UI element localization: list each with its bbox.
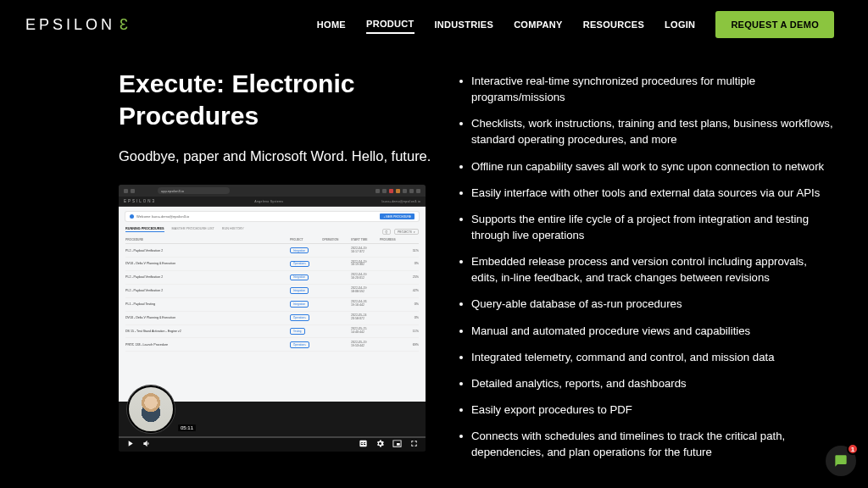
cell-name: DS 15 - Test Stand Activation - Engine v… xyxy=(125,330,290,333)
page-subtitle: Goodbye, paper and Microsoft Word. Hello… xyxy=(119,147,432,166)
nav-industries[interactable]: INDUSTRIES xyxy=(435,16,494,33)
feature-item: Query-able database of as-run procedures xyxy=(458,296,834,312)
col-procedure: PROCEDURE xyxy=(125,238,290,241)
cell-start: 2022-04-19 16:19:302 xyxy=(351,261,380,268)
cell-project: Integration xyxy=(290,274,322,281)
projects-filter[interactable]: PROJECTS ▾ xyxy=(394,229,419,235)
cell-name: PL2 - Payload Verification 2 xyxy=(125,289,290,292)
cell-start: 2022-04-19 16:17:372 xyxy=(351,247,380,254)
feature-item: Offline run capability saves all work to… xyxy=(458,158,834,175)
app-body: Welcome laura+demo@epsilon3.io + NEW PRO… xyxy=(119,207,426,402)
cell-start: 2022-04-19 16:20:012 xyxy=(351,274,380,280)
table-row[interactable]: PL2 - Payload Verification 2Integration2… xyxy=(125,244,419,258)
ext-icon xyxy=(376,189,380,193)
cell-start: 2022-05-24 20:58:072 xyxy=(351,314,380,321)
cell-start: 2022-05-19 19:53:442 xyxy=(351,341,380,348)
nav-resources[interactable]: RESOURCES xyxy=(583,16,644,33)
primary-nav: HOME PRODUCT INDUSTRIES COMPANY RESOURCE… xyxy=(317,11,834,38)
ext-icon xyxy=(409,189,414,193)
captions-icon[interactable] xyxy=(359,436,368,452)
chat-icon xyxy=(834,454,848,468)
cell-project: Operations xyxy=(290,314,322,321)
cell-start: 2022-04-26 19:16:442 xyxy=(351,301,380,308)
table-row[interactable]: DV10 - Delta V Planning & ExecutionOpera… xyxy=(125,312,419,325)
fullscreen-icon[interactable] xyxy=(409,436,419,452)
cell-name: DV10 - Delta V Planning & Execution xyxy=(125,262,290,265)
nav-product[interactable]: PRODUCT xyxy=(366,15,415,34)
welcome-text: Welcome laura+demo@epsilon3.io xyxy=(136,214,189,219)
welcome-banner: Welcome laura+demo@epsilon3.io + NEW PRO… xyxy=(125,212,419,221)
feature-list: Interactive real-time synchronized proce… xyxy=(458,73,834,460)
app-org: Angeleno Systems xyxy=(254,200,283,203)
search-icon[interactable]: Q xyxy=(382,229,391,235)
cell-project: Operations xyxy=(290,261,322,268)
site-header: EPSILON3 HOME PRODUCT INDUSTRIES COMPANY… xyxy=(0,0,868,49)
procedure-tabs: RUNNING PROCEDURES MASTER PROCEDURE LIST… xyxy=(125,227,244,232)
ext-icon xyxy=(382,189,387,193)
cell-pct: 11% xyxy=(405,330,419,333)
feature-item: Detailed analytics, reports, and dashboa… xyxy=(458,375,834,391)
volume-icon[interactable] xyxy=(142,436,152,452)
feature-item: Manual and automated procedure views and… xyxy=(458,323,834,339)
main-content: Execute: Electronic Procedures Goodbye, … xyxy=(119,68,834,488)
app-header: EPSILON3 Angeleno Systems laura+demo@eps… xyxy=(119,197,426,207)
brand-prefix: EPSILON xyxy=(25,16,115,34)
feature-item: Easily interface with other tools and ex… xyxy=(458,185,834,201)
nav-login[interactable]: LOGIN xyxy=(665,16,695,33)
cell-pct: 25% xyxy=(405,275,419,279)
brand-logo[interactable]: EPSILON3 xyxy=(25,16,128,34)
right-column: Interactive real-time synchronized proce… xyxy=(458,68,834,488)
settings-icon[interactable] xyxy=(376,436,385,452)
table-header: PROCEDURE PROJECT OPERATION START TIME P… xyxy=(125,236,419,244)
ext-icon xyxy=(403,189,407,193)
browser-url: app.epsilon3.io xyxy=(158,187,230,194)
cell-name: DV10 - Delta V Planning & Execution xyxy=(125,316,290,319)
tab-master[interactable]: MASTER PROCEDURE LIST xyxy=(172,227,214,232)
nav-company[interactable]: COMPANY xyxy=(514,16,563,33)
tab-running[interactable]: RUNNING PROCEDURES xyxy=(125,227,164,232)
video-scrubber[interactable] xyxy=(119,436,426,438)
col-operation: OPERATION xyxy=(322,238,351,241)
feature-item: Supports the entire life cycle of a proj… xyxy=(458,211,834,243)
new-procedure-button[interactable]: + NEW PROCEDURE xyxy=(380,214,415,219)
cell-project: Integration xyxy=(290,247,322,254)
table-row[interactable]: PL2 - Payload Verification 2Integration2… xyxy=(125,285,419,298)
cell-name: PL1 - Payload Testing xyxy=(125,302,290,306)
chat-launcher[interactable]: 1 xyxy=(826,446,856,476)
table-row[interactable]: PL2 - Payload Verification 2Integration2… xyxy=(125,271,419,285)
table-row[interactable]: DS 15 - Test Stand Activation - Engine v… xyxy=(125,325,419,339)
app-user: laura+demo@epsilon3.io xyxy=(382,200,420,203)
col-progress: PROGRESS xyxy=(380,238,405,241)
chat-unread-badge: 1 xyxy=(847,443,859,455)
browser-fwd-icon xyxy=(131,189,135,193)
feature-item: Embedded release process and version con… xyxy=(458,253,834,286)
info-icon xyxy=(130,214,134,219)
table-row[interactable]: DV10 - Delta V Planning & ExecutionOpera… xyxy=(125,258,419,271)
table-row[interactable]: PROC 133 - Launch ProcedureOperations202… xyxy=(125,338,419,352)
cell-pct: 0% xyxy=(405,262,419,265)
brand-suffix: 3 xyxy=(116,16,128,34)
tab-history[interactable]: RUN HISTORY xyxy=(222,227,244,232)
cell-project: Testing xyxy=(290,328,322,335)
table-row[interactable]: PL1 - Payload TestingIntegration2022-04-… xyxy=(125,298,419,312)
app-brand: EPSILON3 xyxy=(124,199,156,203)
cell-name: PROC 133 - Launch Procedure xyxy=(125,343,290,347)
feature-item: Checklists, work instructions, training … xyxy=(458,115,834,147)
pip-icon[interactable] xyxy=(392,436,402,452)
table-body: PL2 - Payload Verification 2Integration2… xyxy=(125,244,419,352)
play-icon[interactable] xyxy=(125,436,135,452)
cell-pct: 0% xyxy=(405,302,419,306)
request-demo-button[interactable]: REQUEST A DEMO xyxy=(715,11,834,38)
cell-project: Integration xyxy=(290,301,322,308)
browser-back-icon xyxy=(124,189,128,193)
feature-item: Easily export procedures to PDF xyxy=(458,402,834,418)
cell-name: PL2 - Payload Verification 2 xyxy=(125,275,290,279)
product-video[interactable]: app.epsilon3.io EPSILON3 Angeleno System… xyxy=(119,185,426,452)
video-controls xyxy=(119,436,426,452)
left-column: Execute: Electronic Procedures Goodbye, … xyxy=(119,68,432,488)
feature-item: Integrated telemetry, command and contro… xyxy=(458,349,834,365)
col-pct xyxy=(405,238,419,241)
cell-pct: 0% xyxy=(405,316,419,319)
ext-icon xyxy=(389,189,393,193)
nav-home[interactable]: HOME xyxy=(317,16,346,33)
